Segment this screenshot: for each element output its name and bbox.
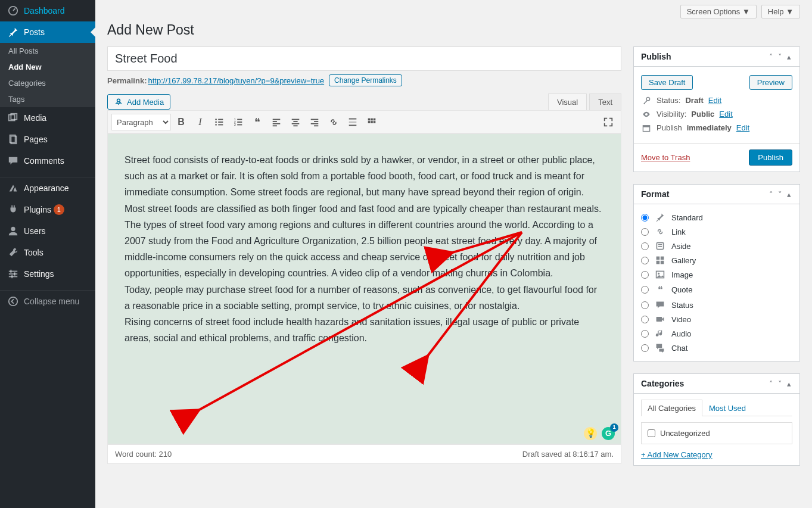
blockquote-button[interactable]: ❝ [248,113,266,131]
svg-point-61 [658,273,659,275]
toggle-icon[interactable]: ▴ [786,190,792,199]
add-new-category-link[interactable]: + Add New Category [641,450,713,459]
category-checkbox[interactable] [648,429,655,437]
svg-rect-41 [368,119,371,121]
post-title-input[interactable] [107,46,621,71]
word-count: Word count: 210 [115,450,172,459]
grammarly-icon[interactable]: G1 [602,427,615,440]
menu-collapse[interactable]: Collapse menu [0,291,95,312]
svg-rect-62 [657,317,662,322]
format-option-aside[interactable]: Aside [641,239,792,253]
menu-dashboard[interactable]: Dashboard [0,0,95,21]
format-radio[interactable] [641,228,649,236]
video-icon [655,314,665,324]
menu-media[interactable]: Media [0,107,95,129]
edit-visibility-link[interactable]: Edit [719,110,732,119]
fullscreen-button[interactable] [599,113,617,131]
menu-users[interactable]: Users [0,220,95,242]
svg-rect-54 [658,244,662,245]
categories-tab-all[interactable]: All Categories [641,400,702,416]
tools-icon [7,247,19,258]
svg-rect-32 [292,123,300,124]
save-draft-button[interactable]: Save Draft [641,75,693,90]
page-title: Add New Post [107,22,800,38]
categories-tab-most-used[interactable]: Most Used [702,400,752,416]
format-radio[interactable] [641,214,649,222]
format-label: Link [671,227,686,236]
menu-plugins[interactable]: Plugins 1 [0,199,95,220]
readmore-button[interactable] [344,113,362,131]
screen-options-button[interactable]: Screen Options ▼ [680,5,757,18]
editor-body[interactable]: Street food consists of ready-to-eat foo… [108,134,621,444]
add-media-button[interactable]: Add Media [107,94,170,110]
comments-icon [7,155,19,167]
move-up-icon[interactable]: ˄ [768,52,774,61]
tab-visual[interactable]: Visual [548,94,587,110]
format-option-image[interactable]: Image [641,267,792,282]
toggle-icon[interactable]: ▴ [786,379,792,388]
format-radio[interactable] [641,271,649,279]
edit-status-link[interactable]: Edit [708,96,721,105]
submenu-all-posts[interactable]: All Posts [0,43,95,59]
svg-rect-17 [218,121,223,123]
move-down-icon[interactable]: ˅ [777,52,783,61]
align-right-button[interactable] [306,113,323,131]
change-permalinks-button[interactable]: Change Permalinks [329,74,402,86]
menu-posts[interactable]: Posts [0,21,95,43]
submenu-tags[interactable]: Tags [0,91,95,107]
status-value: Draft [685,96,703,105]
format-radio[interactable] [641,344,649,352]
bold-button[interactable]: B [172,113,190,131]
tab-text[interactable]: Text [589,94,621,110]
help-button[interactable]: Help ▼ [761,5,800,18]
format-option-standard[interactable]: Standard [641,210,792,225]
format-title: Format [641,189,669,199]
align-center-button[interactable] [287,113,304,131]
format-radio[interactable] [641,301,649,309]
format-option-gallery[interactable]: Gallery [641,253,792,267]
format-radio[interactable] [641,316,649,323]
menu-settings[interactable]: Settings [0,263,95,285]
menu-comments[interactable]: Comments [0,150,95,172]
svg-rect-38 [349,119,357,120]
svg-rect-10 [14,272,15,275]
submenu-categories[interactable]: Categories [0,75,95,91]
italic-button[interactable]: I [191,113,209,131]
permalink-url[interactable]: http://167.99.78.217/blog/tuyen/?p=9&pre… [148,76,324,85]
publish-button[interactable]: Publish [749,149,792,166]
format-option-video[interactable]: Video [641,312,792,326]
menu-pages[interactable]: Pages [0,129,95,150]
edit-schedule-link[interactable]: Edit [736,123,749,132]
menu-tools[interactable]: Tools [0,242,95,263]
preview-button[interactable]: Preview [749,75,792,90]
svg-point-14 [215,119,217,120]
toolbar-toggle-button[interactable] [363,113,381,131]
menu-label: Settings [24,269,54,279]
move-to-trash-link[interactable]: Move to Trash [641,153,690,162]
menu-appearance[interactable]: Appearance [0,177,95,199]
link-button[interactable] [325,113,343,131]
lightbulb-icon[interactable]: 💡 [584,427,597,440]
move-down-icon[interactable]: ˅ [777,379,783,388]
admin-sidebar: Dashboard Posts All Posts Add New Catego… [0,0,95,508]
submenu-add-new[interactable]: Add New [0,59,95,75]
format-radio[interactable] [641,242,649,250]
align-left-button[interactable] [267,113,285,131]
toggle-icon[interactable]: ▴ [786,52,792,61]
bullet-list-button[interactable] [210,113,228,131]
format-select[interactable]: Paragraph [111,114,171,130]
format-option-audio[interactable]: Audio [641,326,792,341]
svg-rect-19 [218,124,223,126]
category-item[interactable]: Uncategorized [648,429,786,438]
format-option-quote[interactable]: ❝Quote [641,282,792,298]
move-up-icon[interactable]: ˄ [768,379,774,388]
format-radio[interactable] [641,257,649,264]
move-down-icon[interactable]: ˅ [777,190,783,199]
format-option-chat[interactable]: Chat [641,341,792,355]
number-list-button[interactable]: 123 [229,113,247,131]
format-radio[interactable] [641,286,649,294]
format-option-link[interactable]: Link [641,225,792,239]
format-option-status[interactable]: Status [641,298,792,312]
move-up-icon[interactable]: ˄ [768,190,774,199]
format-radio[interactable] [641,330,649,338]
